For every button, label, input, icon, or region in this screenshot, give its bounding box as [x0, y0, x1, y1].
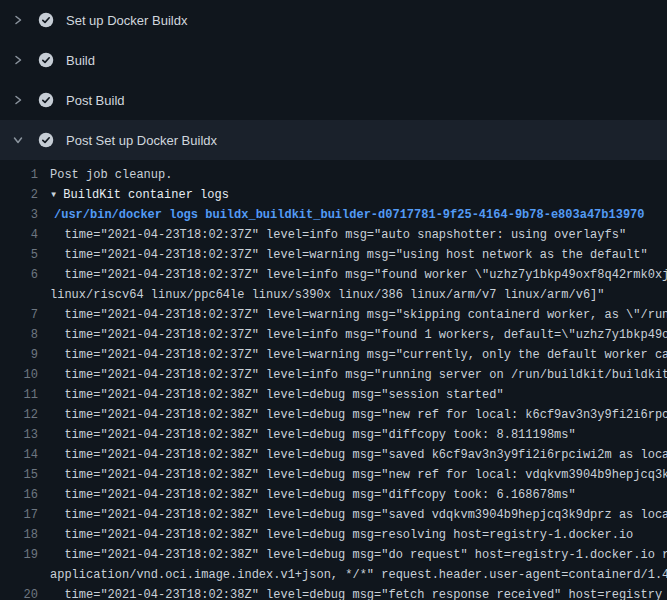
line-number: 10 — [0, 365, 50, 385]
log-line[interactable]: 6 ▾ time="2021-04-23T18:02:37Z" level=in… — [0, 265, 667, 305]
step-header[interactable]: Build — [0, 40, 667, 80]
line-text: time="2021-04-23T18:02:38Z" level=debug … — [50, 505, 667, 525]
chevron-right-icon[interactable] — [10, 92, 26, 108]
line-number: 5 — [0, 245, 50, 265]
line-text: BuildKit container logs — [63, 185, 229, 205]
step-list: Set up Docker Buildx Build Post Buil — [0, 0, 667, 160]
line-text: /usr/bin/docker logs buildx_buildkit_bui… — [50, 205, 645, 225]
chevron-down-icon[interactable] — [10, 132, 26, 148]
line-text: time="2021-04-23T18:02:38Z" level=debug … — [50, 445, 667, 465]
actions-log-panel: Set up Docker Buildx Build Post Buil — [0, 0, 667, 600]
log-line[interactable]: 9 ▾ time="2021-04-23T18:02:37Z" level=wa… — [0, 345, 667, 365]
line-number: 15 — [0, 465, 50, 485]
line-number: 1 — [0, 165, 50, 185]
line-text: Post job cleanup. — [50, 165, 172, 185]
line-number: 12 — [0, 405, 50, 425]
line-text: time="2021-04-23T18:02:37Z" level=info m… — [50, 265, 667, 305]
line-text: time="2021-04-23T18:02:37Z" level=info m… — [50, 225, 626, 245]
step-header[interactable]: Post Build — [0, 80, 667, 120]
log-line[interactable]: 20 ▾ time="2021-04-23T18:02:38Z" level=d… — [0, 585, 667, 600]
line-number: 9 — [0, 345, 50, 365]
line-number: 11 — [0, 385, 50, 405]
step-header[interactable]: Post Set up Docker Buildx — [0, 120, 667, 160]
line-text: time="2021-04-23T18:02:37Z" level=warnin… — [50, 345, 667, 365]
line-text: time="2021-04-23T18:02:38Z" level=debug … — [50, 585, 662, 600]
log-line[interactable]: 1 ▾ Post job cleanup. — [0, 165, 667, 185]
log-line[interactable]: 12 ▾ time="2021-04-23T18:02:38Z" level=d… — [0, 405, 667, 425]
line-number: 6 — [0, 265, 50, 285]
line-number: 4 — [0, 225, 50, 245]
line-text: time="2021-04-23T18:02:38Z" level=debug … — [50, 545, 667, 585]
log-line[interactable]: 19 ▾ time="2021-04-23T18:02:38Z" level=d… — [0, 545, 667, 585]
chevron-right-icon[interactable] — [10, 52, 26, 68]
line-text: time="2021-04-23T18:02:37Z" level=info m… — [50, 325, 667, 345]
step-title: Post Set up Docker Buildx — [66, 133, 217, 148]
line-number: 7 — [0, 305, 50, 325]
log-line[interactable]: 13 ▾ time="2021-04-23T18:02:38Z" level=d… — [0, 425, 667, 445]
check-circle-icon — [38, 92, 54, 108]
line-text: time="2021-04-23T18:02:38Z" level=debug … — [50, 465, 667, 485]
log-line[interactable]: 2 ▾ BuildKit container logs — [0, 185, 667, 205]
line-text: time="2021-04-23T18:02:38Z" level=debug … — [50, 385, 504, 405]
line-text: time="2021-04-23T18:02:38Z" level=debug … — [50, 405, 667, 425]
check-circle-icon — [38, 12, 54, 28]
triangle-down-icon[interactable]: ▾ — [50, 185, 57, 205]
log-line[interactable]: 4 ▾ time="2021-04-23T18:02:37Z" level=in… — [0, 225, 667, 245]
line-number: 14 — [0, 445, 50, 465]
line-number: 3 — [0, 205, 50, 225]
line-number: 13 — [0, 425, 50, 445]
line-text: time="2021-04-23T18:02:38Z" level=debug … — [50, 485, 576, 505]
log-line[interactable]: 15 ▾ time="2021-04-23T18:02:38Z" level=d… — [0, 465, 667, 485]
log-line[interactable]: 3 ▾ /usr/bin/docker logs buildx_buildkit… — [0, 205, 667, 225]
line-text: time="2021-04-23T18:02:37Z" level=warnin… — [50, 305, 667, 325]
line-text: time="2021-04-23T18:02:37Z" level=info m… — [50, 365, 667, 385]
line-number: 16 — [0, 485, 50, 505]
line-number: 2 — [0, 185, 50, 205]
line-number: 19 — [0, 545, 50, 565]
log-line[interactable]: 11 ▾ time="2021-04-23T18:02:38Z" level=d… — [0, 385, 667, 405]
log-line[interactable]: 5 ▾ time="2021-04-23T18:02:37Z" level=wa… — [0, 245, 667, 265]
step-title: Post Build — [66, 93, 125, 108]
line-number: 8 — [0, 325, 50, 345]
line-number: 17 — [0, 505, 50, 525]
line-number: 18 — [0, 525, 50, 545]
line-text: time="2021-04-23T18:02:38Z" level=debug … — [50, 425, 576, 445]
line-number: 20 — [0, 585, 50, 600]
log-line[interactable]: 8 ▾ time="2021-04-23T18:02:37Z" level=in… — [0, 325, 667, 345]
line-text: time="2021-04-23T18:02:37Z" level=warnin… — [50, 245, 648, 265]
check-circle-icon — [38, 132, 54, 148]
chevron-right-icon[interactable] — [10, 12, 26, 28]
log-line[interactable]: 16 ▾ time="2021-04-23T18:02:38Z" level=d… — [0, 485, 667, 505]
log-area: 1 ▾ Post job cleanup. 2 ▾ BuildKit conta… — [0, 160, 667, 600]
step-title: Set up Docker Buildx — [66, 13, 187, 28]
log-line[interactable]: 10 ▾ time="2021-04-23T18:02:37Z" level=i… — [0, 365, 667, 385]
log-line[interactable]: 7 ▾ time="2021-04-23T18:02:37Z" level=wa… — [0, 305, 667, 325]
step-title: Build — [66, 53, 95, 68]
check-circle-icon — [38, 52, 54, 68]
step-header[interactable]: Set up Docker Buildx — [0, 0, 667, 40]
log-line[interactable]: 18 ▾ time="2021-04-23T18:02:38Z" level=d… — [0, 525, 667, 545]
line-text: time="2021-04-23T18:02:38Z" level=debug … — [50, 525, 633, 545]
log-line[interactable]: 17 ▾ time="2021-04-23T18:02:38Z" level=d… — [0, 505, 667, 525]
log-line[interactable]: 14 ▾ time="2021-04-23T18:02:38Z" level=d… — [0, 445, 667, 465]
